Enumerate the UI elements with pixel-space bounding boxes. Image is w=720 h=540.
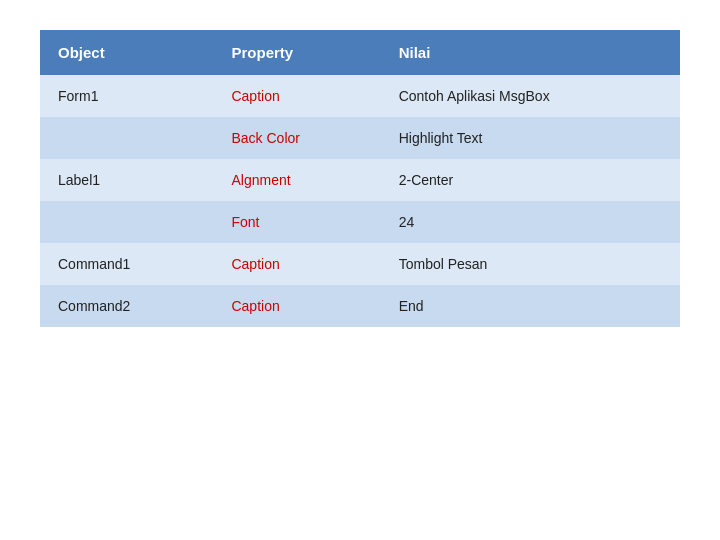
- table-row: Font24: [40, 201, 680, 243]
- main-table-container: Object Property Nilai Form1CaptionContoh…: [40, 30, 680, 327]
- table-row: Command1CaptionTombol Pesan: [40, 243, 680, 285]
- cell-object: [40, 117, 213, 159]
- cell-nilai: 24: [381, 201, 680, 243]
- cell-property: Caption: [213, 243, 380, 285]
- cell-property: Font: [213, 201, 380, 243]
- cell-property: Caption: [213, 75, 380, 117]
- table-row: Form1CaptionContoh Aplikasi MsgBox: [40, 75, 680, 117]
- cell-nilai: Contoh Aplikasi MsgBox: [381, 75, 680, 117]
- header-property: Property: [213, 30, 380, 75]
- table-header-row: Object Property Nilai: [40, 30, 680, 75]
- cell-nilai: 2-Center: [381, 159, 680, 201]
- properties-table: Object Property Nilai Form1CaptionContoh…: [40, 30, 680, 327]
- cell-nilai: End: [381, 285, 680, 327]
- cell-nilai: Highlight Text: [381, 117, 680, 159]
- cell-object: Form1: [40, 75, 213, 117]
- header-nilai: Nilai: [381, 30, 680, 75]
- table-row: Back ColorHighlight Text: [40, 117, 680, 159]
- cell-property: Algnment: [213, 159, 380, 201]
- table-row: Label1Algnment2-Center: [40, 159, 680, 201]
- cell-object: Label1: [40, 159, 213, 201]
- table-row: Command2CaptionEnd: [40, 285, 680, 327]
- cell-object: Command1: [40, 243, 213, 285]
- cell-property: Caption: [213, 285, 380, 327]
- cell-property: Back Color: [213, 117, 380, 159]
- cell-nilai: Tombol Pesan: [381, 243, 680, 285]
- cell-object: [40, 201, 213, 243]
- header-object: Object: [40, 30, 213, 75]
- cell-object: Command2: [40, 285, 213, 327]
